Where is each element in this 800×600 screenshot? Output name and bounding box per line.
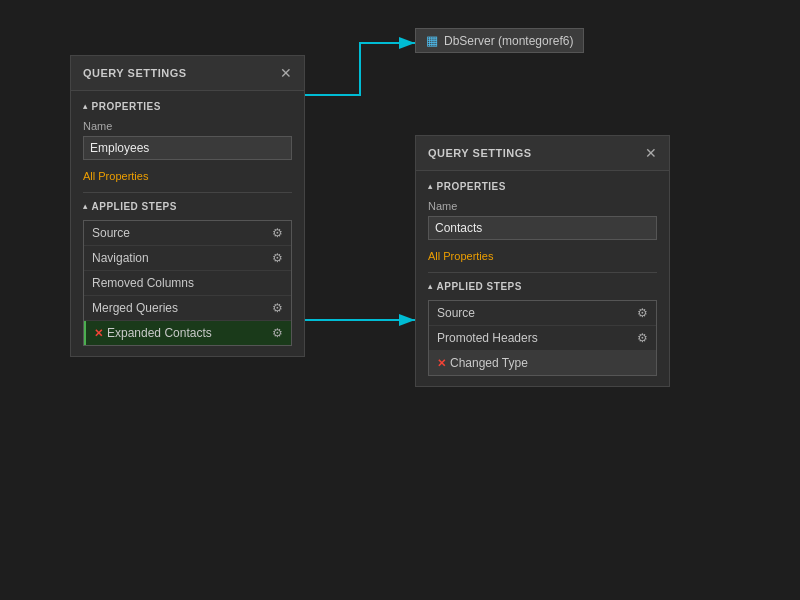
left-panel-header: QUERY SETTINGS ✕: [71, 56, 304, 91]
left-panel-title: QUERY SETTINGS: [83, 67, 187, 79]
step-error-icon: ✕: [437, 357, 446, 370]
step-name: Source: [437, 306, 475, 320]
list-item[interactable]: Promoted Headers⚙: [429, 326, 656, 351]
step-name: Promoted Headers: [437, 331, 538, 345]
list-item[interactable]: Removed Columns: [84, 271, 291, 296]
right-applied-steps: ▴ APPLIED STEPS Source⚙Promoted Headers⚙…: [428, 281, 657, 376]
step-left: Removed Columns: [92, 276, 194, 290]
left-panel-close-button[interactable]: ✕: [280, 66, 292, 80]
right-name-input[interactable]: [428, 216, 657, 240]
right-properties-arrow: ▴: [428, 182, 433, 191]
left-name-input[interactable]: [83, 136, 292, 160]
step-left: Merged Queries: [92, 301, 178, 315]
right-properties-label: PROPERTIES: [437, 181, 506, 192]
step-right: ⚙: [272, 226, 283, 240]
right-panel-header: QUERY SETTINGS ✕: [416, 136, 669, 171]
left-steps-header: ▴ APPLIED STEPS: [83, 201, 292, 212]
db-server-label: DbServer (montegoref6): [444, 34, 573, 48]
step-name: Merged Queries: [92, 301, 178, 315]
arrow-to-db: [305, 43, 415, 95]
database-icon: ▦: [426, 33, 438, 48]
list-item[interactable]: Source⚙: [429, 301, 656, 326]
step-name: Removed Columns: [92, 276, 194, 290]
left-divider: [83, 192, 292, 193]
list-item[interactable]: Navigation⚙: [84, 246, 291, 271]
step-right: ⚙: [272, 301, 283, 315]
gear-icon[interactable]: ⚙: [272, 251, 283, 265]
step-left: Navigation: [92, 251, 149, 265]
left-query-panel: QUERY SETTINGS ✕ ▴ PROPERTIES Name All P…: [70, 55, 305, 357]
gear-icon[interactable]: ⚙: [637, 306, 648, 320]
db-server-badge: ▦ DbServer (montegoref6): [415, 28, 584, 53]
gear-icon[interactable]: ⚙: [272, 226, 283, 240]
step-name: Expanded Contacts: [107, 326, 212, 340]
gear-icon[interactable]: ⚙: [272, 301, 283, 315]
left-applied-steps: ▴ APPLIED STEPS Source⚙Navigation⚙Remove…: [83, 201, 292, 346]
step-right: ⚙: [637, 331, 648, 345]
left-all-properties-link[interactable]: All Properties: [83, 170, 148, 182]
left-properties-header: ▴ PROPERTIES: [83, 101, 292, 112]
right-query-panel: QUERY SETTINGS ✕ ▴ PROPERTIES Name All P…: [415, 135, 670, 387]
gear-icon[interactable]: ⚙: [272, 326, 283, 340]
left-name-label: Name: [83, 120, 292, 132]
step-left: ✕Expanded Contacts: [94, 326, 212, 340]
left-panel-body: ▴ PROPERTIES Name All Properties ▴ APPLI…: [71, 91, 304, 356]
left-properties-label: PROPERTIES: [92, 101, 161, 112]
right-name-label: Name: [428, 200, 657, 212]
right-panel-title: QUERY SETTINGS: [428, 147, 532, 159]
right-steps-list: Source⚙Promoted Headers⚙✕Changed Type: [428, 300, 657, 376]
step-name: Navigation: [92, 251, 149, 265]
right-panel-body: ▴ PROPERTIES Name All Properties ▴ APPLI…: [416, 171, 669, 386]
list-item[interactable]: ✕Changed Type: [429, 351, 656, 375]
left-properties-arrow: ▴: [83, 102, 88, 111]
list-item[interactable]: Source⚙: [84, 221, 291, 246]
list-item[interactable]: Merged Queries⚙: [84, 296, 291, 321]
right-steps-arrow: ▴: [428, 282, 433, 291]
step-name: Source: [92, 226, 130, 240]
left-steps-list: Source⚙Navigation⚙Removed ColumnsMerged …: [83, 220, 292, 346]
step-error-icon: ✕: [94, 327, 103, 340]
step-right: ⚙: [637, 306, 648, 320]
right-steps-header: ▴ APPLIED STEPS: [428, 281, 657, 292]
right-all-properties-link[interactable]: All Properties: [428, 250, 493, 262]
step-left: ✕Changed Type: [437, 356, 528, 370]
right-properties-header: ▴ PROPERTIES: [428, 181, 657, 192]
step-left: Source: [437, 306, 475, 320]
step-name: Changed Type: [450, 356, 528, 370]
step-right: ⚙: [272, 326, 283, 340]
left-steps-label: APPLIED STEPS: [92, 201, 177, 212]
step-left: Source: [92, 226, 130, 240]
right-steps-label: APPLIED STEPS: [437, 281, 522, 292]
gear-icon[interactable]: ⚙: [637, 331, 648, 345]
step-right: ⚙: [272, 251, 283, 265]
left-steps-arrow: ▴: [83, 202, 88, 211]
right-divider: [428, 272, 657, 273]
right-panel-close-button[interactable]: ✕: [645, 146, 657, 160]
list-item[interactable]: ✕Expanded Contacts⚙: [84, 321, 291, 345]
step-left: Promoted Headers: [437, 331, 538, 345]
